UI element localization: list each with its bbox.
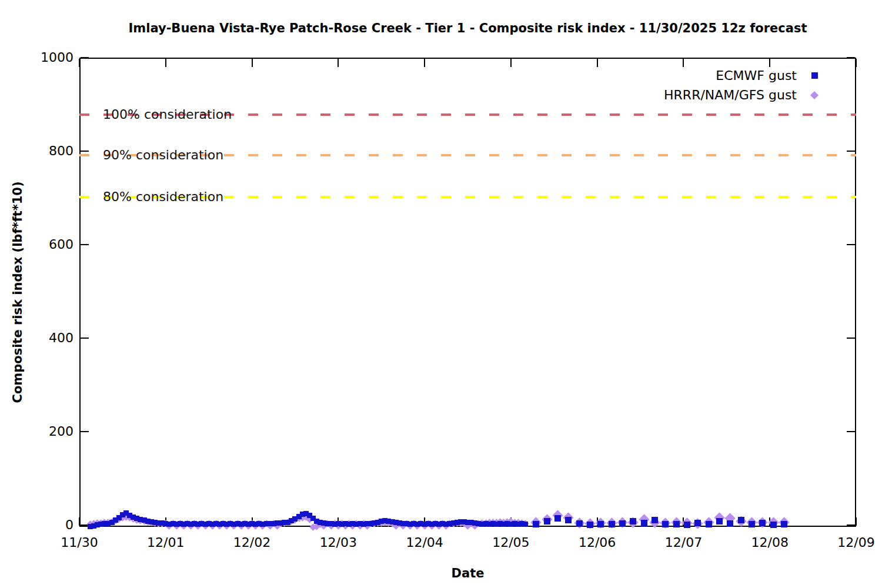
x-tick-mark-mirror — [769, 59, 770, 67]
x-tick-mark — [856, 517, 857, 526]
data-point-square — [597, 521, 604, 527]
data-point-square — [587, 522, 593, 528]
y-axis-label: Composite risk index (lbf*ft*10) — [11, 181, 25, 403]
x-tick-mark-mirror — [165, 59, 166, 67]
x-tick-mark-mirror — [79, 59, 80, 67]
data-point-square — [727, 520, 733, 527]
x-tick-mark-mirror — [252, 59, 253, 67]
x-axis-label: Date — [79, 566, 856, 580]
y-tick-mark — [81, 244, 89, 245]
y-tick-mark — [81, 151, 89, 152]
threshold-label: 90% consideration — [103, 148, 223, 163]
data-point-square — [759, 520, 766, 526]
data-point-square — [770, 522, 777, 528]
data-point-square — [662, 521, 669, 527]
y-tick-label: 800 — [15, 145, 74, 158]
y-tick-label: 0 — [15, 519, 74, 532]
y-tick-mark — [81, 57, 89, 58]
x-tick-label: 12/06 — [562, 536, 633, 549]
y-tick-label: 200 — [15, 425, 74, 438]
y-tick-mark-mirror — [847, 431, 855, 432]
data-point-square — [694, 520, 701, 526]
x-tick-label: 12/01 — [131, 536, 201, 549]
data-point-square — [673, 521, 680, 527]
data-point-square — [619, 520, 626, 527]
x-tick-mark-mirror — [683, 59, 684, 67]
x-tick-mark-mirror — [856, 59, 857, 67]
x-tick-label: 12/09 — [821, 536, 882, 549]
data-point-square — [554, 515, 561, 522]
x-tick-label: 11/30 — [44, 536, 115, 549]
x-tick-label: 12/03 — [303, 536, 373, 549]
plot-area — [79, 58, 856, 527]
y-tick-label: 400 — [15, 332, 74, 345]
data-point-square — [716, 518, 723, 524]
chart-canvas: Imlay-Buena Vista-Rye Patch-Rose Creek -… — [0, 0, 882, 588]
threshold-label: 80% consideration — [103, 189, 223, 205]
y-tick-mark-mirror — [847, 151, 855, 152]
data-point-square — [630, 518, 636, 524]
diamond-marker-icon — [797, 92, 832, 98]
square-marker-icon — [797, 72, 832, 79]
x-tick-label: 12/08 — [734, 536, 805, 549]
data-point-square — [684, 522, 690, 528]
x-tick-label: 12/04 — [389, 536, 460, 549]
legend-label-hrrr-nam-gfs: HRRR/NAM/GFS gust — [664, 88, 797, 102]
chart-title: Imlay-Buena Vista-Rye Patch-Rose Creek -… — [79, 21, 856, 35]
x-tick-mark-mirror — [510, 59, 512, 67]
y-tick-mark — [81, 431, 89, 432]
y-tick-mark-mirror — [847, 338, 855, 339]
legend: ECMWF gust HRRR/NAM/GFS gust — [664, 66, 832, 105]
legend-item-hrrr-nam-gfs: HRRR/NAM/GFS gust — [664, 85, 832, 105]
y-tick-label: 1000 — [15, 51, 74, 64]
threshold-label: 100% consideration — [103, 107, 232, 122]
legend-item-ecmwf: ECMWF gust — [664, 66, 832, 85]
data-point-square — [738, 517, 744, 523]
data-point-square — [544, 518, 550, 524]
y-tick-mark-mirror — [847, 57, 855, 58]
data-point-square — [749, 521, 755, 527]
x-tick-mark — [79, 517, 80, 526]
data-point-square — [565, 517, 572, 523]
data-point-square — [781, 521, 787, 527]
data-point-square — [609, 521, 615, 527]
x-tick-label: 12/07 — [648, 536, 719, 549]
y-tick-label: 600 — [15, 238, 74, 251]
data-point-square — [641, 520, 647, 526]
data-point-square — [523, 522, 528, 527]
x-tick-label: 12/05 — [476, 536, 546, 549]
x-tick-mark-mirror — [597, 59, 598, 67]
data-point-square — [706, 521, 712, 527]
data-point-square — [533, 521, 539, 527]
x-tick-mark-mirror — [338, 59, 339, 67]
legend-label-ecmwf: ECMWF gust — [716, 68, 797, 83]
x-tick-label: 12/02 — [217, 536, 288, 549]
data-point-square — [576, 520, 583, 527]
x-tick-mark-mirror — [424, 59, 425, 67]
y-tick-mark-mirror — [847, 524, 855, 526]
y-tick-mark-mirror — [847, 244, 855, 245]
y-tick-mark — [81, 338, 89, 339]
data-point-square — [652, 517, 658, 523]
